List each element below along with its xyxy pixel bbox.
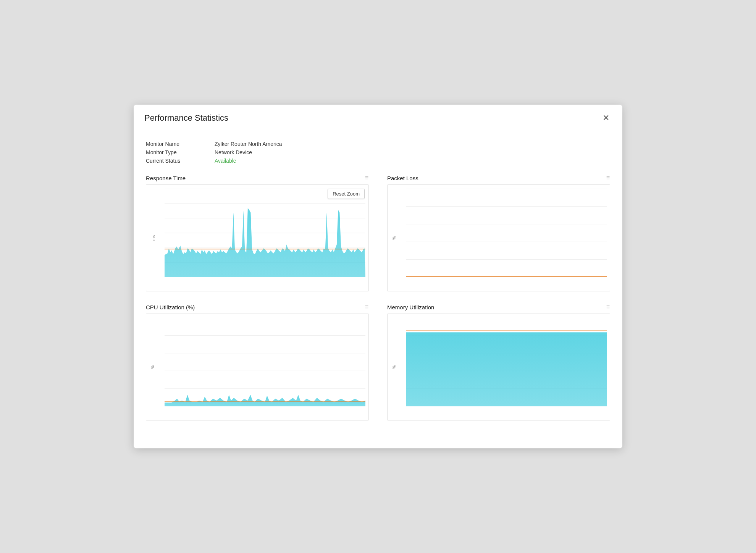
cpu-utilization-title: CPU Utilization (%) [146, 304, 195, 310]
memory-utilization-title: Memory Utilization [387, 304, 434, 310]
current-status-value: Available [215, 158, 282, 164]
cpu-utilization-header: CPU Utilization (%) ≡ [146, 304, 369, 310]
response-time-svg: 12 10 8 6 4 2 0 [165, 189, 365, 277]
monitor-type-value: Network Device [215, 149, 282, 155]
dialog-header: Performance Statistics ✕ [134, 105, 622, 130]
memory-svg: 100 80 60 40 20 0 [406, 318, 607, 406]
charts-grid: Response Time ≡ ms [146, 175, 610, 420]
packet-loss-chart-inner: 100 80 60 40 20 0 12:00 A... 02:00 AM [406, 189, 607, 277]
packet-loss-panel: Packet Loss ≡ % 100 [387, 175, 610, 291]
info-section: Monitor Name Monitor Type Current Status… [146, 141, 610, 164]
cpu-utilization-menu-icon[interactable]: ≡ [365, 304, 369, 310]
packet-loss-header: Packet Loss ≡ [387, 175, 610, 181]
memory-y-label: % [392, 365, 396, 369]
performance-statistics-dialog: Performance Statistics ✕ Monitor Name Mo… [134, 105, 622, 448]
memory-chart-inner: 100 80 60 40 20 0 [406, 318, 607, 406]
cpu-utilization-panel: CPU Utilization (%) ≡ % 100 [146, 304, 369, 420]
response-time-menu-icon[interactable]: ≡ [365, 175, 369, 181]
response-time-y-label: ms [151, 235, 156, 241]
cpu-y-label: % [150, 365, 155, 369]
memory-utilization-chart-area: % 100 80 60 40 2 [387, 314, 610, 420]
memory-utilization-menu-icon[interactable]: ≡ [606, 304, 610, 310]
cpu-chart-inner: 100 80 60 40 20 0 [165, 318, 365, 406]
packet-loss-chart-area: % 100 80 60 40 2 [387, 184, 610, 291]
monitor-name-value: Zylker Router North America [215, 141, 282, 147]
cpu-utilization-chart-area: % 100 80 60 40 2 [146, 314, 369, 420]
monitor-type-label: Monitor Type [146, 149, 215, 155]
dialog-title: Performance Statistics [144, 113, 228, 123]
dialog-body: Monitor Name Monitor Type Current Status… [134, 130, 622, 433]
response-time-panel: Response Time ≡ ms [146, 175, 369, 291]
packet-loss-svg: 100 80 60 40 20 0 [406, 189, 607, 277]
svg-marker-55 [406, 332, 607, 406]
packet-loss-menu-icon[interactable]: ≡ [606, 175, 610, 181]
current-status-label: Current Status [146, 158, 215, 164]
svg-marker-41 [165, 395, 365, 406]
response-time-header: Response Time ≡ [146, 175, 369, 181]
response-time-title: Response Time [146, 175, 186, 181]
close-button[interactable]: ✕ [600, 113, 612, 123]
packet-loss-y-label: % [392, 236, 396, 240]
monitor-name-label: Monitor Name [146, 141, 215, 147]
response-time-chart-inner: 12 10 8 6 4 2 0 [165, 189, 365, 277]
memory-utilization-panel: Memory Utilization ≡ % 100 [387, 304, 610, 420]
info-labels: Monitor Name Monitor Type Current Status [146, 141, 215, 164]
reset-zoom-button[interactable]: Reset Zoom [328, 189, 365, 199]
info-values: Zylker Router North America Network Devi… [215, 141, 282, 164]
memory-utilization-header: Memory Utilization ≡ [387, 304, 610, 310]
response-time-chart-area: ms 12 10 [146, 184, 369, 291]
cpu-svg: 100 80 60 40 20 0 [165, 318, 365, 406]
packet-loss-title: Packet Loss [387, 175, 418, 181]
